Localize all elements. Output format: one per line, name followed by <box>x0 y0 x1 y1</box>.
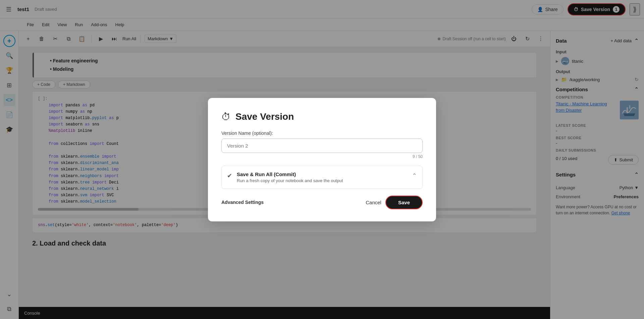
modal-footer: Advanced Settings Cancel Save <box>221 196 423 209</box>
modal-overlay: ⏱ Save Version Version Name (optional): … <box>0 0 644 319</box>
save-run-all-option[interactable]: ✔ Save & Run All (Commit) Run a fresh co… <box>221 166 423 189</box>
modal-clock-icon: ⏱ <box>221 111 231 122</box>
modal-title-row: ⏱ Save Version <box>221 111 423 122</box>
version-name-label: Version Name (optional): <box>221 130 423 136</box>
save-option-text: Save & Run All (Commit) Run a fresh copy… <box>237 171 407 183</box>
advanced-settings-button[interactable]: Advanced Settings <box>221 200 264 205</box>
modal-title: Save Version <box>235 111 294 122</box>
check-icon: ✔ <box>227 172 232 179</box>
char-count: 9 / 50 <box>221 154 423 159</box>
version-name-input[interactable] <box>221 139 423 153</box>
modal-footer-right: Cancel Save <box>366 196 423 209</box>
expand-icon: ⌃ <box>412 172 417 179</box>
save-option-desc: Run a fresh copy of your notebook and sa… <box>237 178 407 183</box>
save-option-title: Save & Run All (Commit) <box>237 171 407 177</box>
cancel-button[interactable]: Cancel <box>366 200 381 205</box>
save-button[interactable]: Save <box>385 196 423 209</box>
save-version-modal: ⏱ Save Version Version Name (optional): … <box>208 98 436 221</box>
